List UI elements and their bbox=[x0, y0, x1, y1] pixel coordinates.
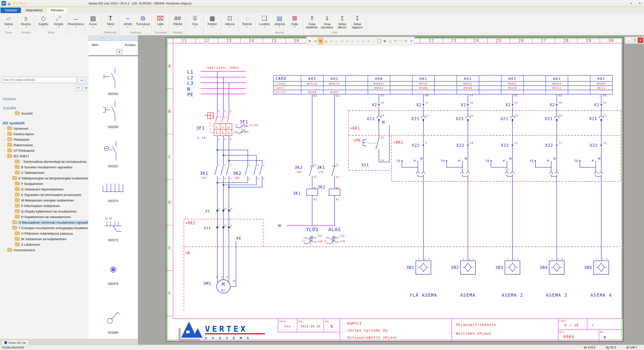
undo-icon[interactable]: ↶ bbox=[12, 1, 15, 5]
tree-item-m-mekaanisen-energian-tuottaminen[interactable]: ›M Mekaanisen energian tuottaminen bbox=[0, 197, 88, 203]
triangle-icon[interactable]: △ bbox=[324, 38, 329, 44]
chevron-collapsed-icon[interactable]: › bbox=[4, 127, 7, 130]
tree-item-iec-60617[interactable]: ⌄IEC 60617 bbox=[0, 153, 88, 159]
ribbon-button-luettelo[interactable]: ❏Luettelo▾ bbox=[257, 14, 272, 28]
tree-item-k-signaalien-tai-informaation-prosessoin[interactable]: ›K Signaalien tai informaation prosessoi… bbox=[0, 192, 88, 197]
tree-item--toiminnallisia-elementtej-tai-ominaisuu[interactable]: ›- Toiminnallisia elementtejä tai ominai… bbox=[0, 159, 88, 164]
tree-item-f-suojaaminen[interactable]: ›F Suojaaminen bbox=[0, 181, 88, 186]
ribbon-button-rasteri[interactable]: ▦Rasteri▾ bbox=[205, 14, 220, 28]
undo-caret-icon[interactable]: ▾ bbox=[17, 2, 18, 5]
tree-section-ed-symbolit[interactable]: ED symbolit bbox=[0, 120, 88, 126]
list-item[interactable]: S00476 bbox=[89, 260, 138, 286]
select-cursor-icon[interactable]: ↖ bbox=[318, 38, 323, 44]
tab-tiedosto[interactable]: Tiedosto bbox=[1, 8, 21, 13]
export-icon[interactable]: ↗ bbox=[409, 38, 414, 44]
tree-item-ajoneuvot[interactable]: ›Ajoneuvot bbox=[0, 126, 88, 131]
tree-item-keskus-layout[interactable]: ›Keskus-layout bbox=[0, 131, 88, 137]
ribbon-button-teksti[interactable]: TTeksti▾ bbox=[103, 14, 118, 28]
marquee-icon[interactable] bbox=[377, 39, 381, 43]
funnel-icon[interactable]: ▽ bbox=[393, 38, 398, 44]
list-item[interactable]: S00270 bbox=[89, 177, 138, 203]
ribbon-button-alikuva[interactable]: ⊡Alikuva▾ bbox=[222, 14, 237, 28]
ribbon-button-tunnukset[interactable]: ⧉Tunnukset▾ bbox=[135, 14, 150, 28]
ribbon-button-valitse[interactable]: ▱Valitse▾ bbox=[1, 14, 16, 28]
tree-item-s-manuaalisen-toiminnan-muuttaminen-sign[interactable]: ›S Manuaalisen toiminnan muuttaminen sig… bbox=[0, 220, 88, 225]
zoom-in-icon[interactable]: ⊕ bbox=[382, 38, 387, 44]
tree-item-u-pit-minen-m-ritellyss-paikassa[interactable]: ›U Pitäminen määritellyssä paikassa bbox=[0, 231, 88, 236]
panel-close-icon[interactable]: ✕ bbox=[106, 36, 111, 40]
tree-item-suosikit[interactable]: ›Suosikit bbox=[0, 111, 88, 116]
list-item[interactable]: S00255 bbox=[89, 99, 138, 129]
column-description[interactable]: Kuvaus bbox=[125, 43, 136, 47]
tree-item-instrumentointi[interactable]: ›Instrumentointi bbox=[0, 247, 88, 253]
tree-item-e-s-teilyenergian-tai-l-mp-energian-tuot[interactable]: ›E Säteilyenergian tai lämpöenergian tuo… bbox=[0, 175, 88, 181]
drawing-area[interactable]: 1112131415161718192021222324252627282930… bbox=[138, 35, 644, 345]
chevron-collapsed-icon[interactable]: › bbox=[4, 143, 7, 146]
ribbon-button-p-ivit-[interactable]: ##Päivitä▾ bbox=[170, 14, 185, 28]
ribbon-button-osa[interactable]: ①Osa▾ bbox=[187, 14, 203, 28]
schematic-canvas[interactable]: 1112131415161718192021222324252627282930… bbox=[138, 35, 644, 345]
tree-item-b-suureen-muuttaminen-signaaliksi[interactable]: ›B Suureen muuttaminen signaaliksi bbox=[0, 164, 88, 170]
triangle-dashed-icon[interactable]: ◬ bbox=[334, 38, 339, 44]
layers-9-icon[interactable]: 9 bbox=[350, 38, 355, 44]
tree-item-c-tallentaminen[interactable]: ›C Tallentaminen bbox=[0, 170, 88, 175]
ribbon-button-johdin[interactable]: ⌁Johdin▾ bbox=[120, 14, 135, 28]
ribbon-button-kuvio[interactable]: ▨Kuvio▾ bbox=[86, 14, 101, 28]
tab-vertex-ed-lite[interactable]: Vertex ED Lite bbox=[2, 340, 29, 345]
close-drawing-icon[interactable]: ✕ bbox=[638, 37, 643, 43]
ribbon-button-avaa-edellinen[interactable]: ⇑Avaa edellinen bbox=[304, 14, 319, 29]
layers-check-icon[interactable]: ✓ bbox=[366, 38, 371, 44]
chevron-collapsed-icon[interactable]: › bbox=[4, 149, 7, 152]
ribbon-button-ryhm-[interactable]: ◌Ryhmä▾ bbox=[239, 14, 255, 28]
tree-item-x-liitt-minen[interactable]: ›X Liittäminen bbox=[0, 242, 88, 247]
tree-section-historia[interactable]: Historia bbox=[0, 96, 88, 102]
chevron-expanded-icon[interactable]: ⌄ bbox=[4, 155, 7, 158]
customize-qat-icon[interactable]: ⌄ bbox=[26, 2, 28, 5]
ribbon-button-selaa-alkuun[interactable]: ↥Selaa alkuun bbox=[335, 14, 350, 29]
paste-sheet-icon[interactable]: ⇥ bbox=[313, 38, 317, 44]
ribbon-button-pikamitoitus[interactable]: ↔Pikamitoitus▾ bbox=[68, 14, 83, 28]
layer-flat-icon[interactable]: ▱ bbox=[355, 38, 360, 44]
funnel-x-icon[interactable]: ▽ bbox=[404, 38, 408, 44]
list-item[interactable]: S00253 bbox=[89, 66, 138, 96]
minimize-icon[interactable]: – bbox=[626, 37, 631, 43]
redo-caret-icon[interactable]: ▾ bbox=[24, 2, 25, 5]
list-item[interactable]: S00257 bbox=[89, 138, 138, 168]
column-name[interactable]: Nimi bbox=[92, 43, 98, 47]
panel-float-icon[interactable]: ⊡ bbox=[101, 36, 105, 40]
list-item[interactable]: S01864 bbox=[89, 307, 138, 334]
layer-cyan-icon[interactable]: ▱ bbox=[361, 38, 366, 44]
close-icon[interactable]: ✕ bbox=[635, 0, 644, 6]
ribbon-button-muutos[interactable]: ±Muutos▾ bbox=[18, 14, 33, 28]
ribbon-button-avaa-seuraava[interactable]: ⇓Avaa seuraava bbox=[319, 14, 335, 29]
tree-item-q-ohjattu-kytkeminen-tai-muuttaminen[interactable]: ›Q Ohjattu kytkeminen tai muuttaminen bbox=[0, 209, 88, 214]
funnel-22-icon[interactable]: ▽ bbox=[398, 38, 403, 44]
search-input[interactable] bbox=[2, 77, 77, 83]
ribbon-button-selaa-loppuun[interactable]: ↧Selaa loppuun bbox=[350, 14, 365, 29]
tree-item-g-virtauksen-k-ynnist-minen[interactable]: ›G Virtauksen käynnistäminen bbox=[0, 186, 88, 192]
redo-icon[interactable]: ↷ bbox=[19, 1, 22, 5]
chevron-collapsed-icon[interactable]: › bbox=[4, 138, 7, 141]
restore-icon[interactable]: ❐ bbox=[632, 37, 637, 43]
tree-item-st-piirikaaviot[interactable]: ›ST-Piirikaaviot bbox=[0, 148, 88, 153]
ribbon-button-sulje[interactable]: ⊠Sulje▾ bbox=[287, 14, 302, 28]
ribbon-button-venyt-[interactable]: ⤢Venytä▾ bbox=[51, 14, 66, 28]
collapse-ribbon-icon[interactable]: ∧ bbox=[627, 0, 635, 6]
layers-icon[interactable]: ▱ bbox=[340, 38, 344, 44]
tree-item-rakennukset[interactable]: ›Rakennukset bbox=[0, 142, 88, 148]
sheet-icon[interactable]: ▯ bbox=[388, 38, 392, 44]
layers-edit-icon[interactable]: ▱ bbox=[345, 38, 350, 44]
pin-icon[interactable]: ✦ bbox=[307, 38, 312, 44]
layer-faded-icon[interactable]: ▱ bbox=[371, 38, 376, 44]
tree-section-suosikit[interactable]: Suosikit bbox=[0, 105, 88, 111]
tree-item-piirikaaviot[interactable]: ›Piirikaaviot bbox=[0, 137, 88, 142]
tree-item-w-johtaminen-tai-kuljettaminen[interactable]: ›W Johtaminen tai kuljettaminen bbox=[0, 236, 88, 242]
search-go-icon[interactable]: ➔ bbox=[78, 77, 85, 83]
list-item[interactable]: 12 34 S00272 bbox=[89, 215, 138, 242]
chevron-collapsed-icon[interactable]: › bbox=[4, 132, 7, 135]
ribbon-button-suljettu[interactable]: ◇Suljettu▾ bbox=[36, 14, 51, 28]
app-logo-icon[interactable]: ED bbox=[2, 1, 6, 6]
tree-item-r-rajoittaminen-tai-vakauttaminen[interactable]: ›R Rajoittaminen tai vakauttaminen bbox=[0, 214, 88, 220]
ribbon-button-j-rjest-[interactable]: ▤Järjestä▾ bbox=[272, 14, 287, 28]
save-icon[interactable]: ⬓ bbox=[8, 1, 11, 5]
